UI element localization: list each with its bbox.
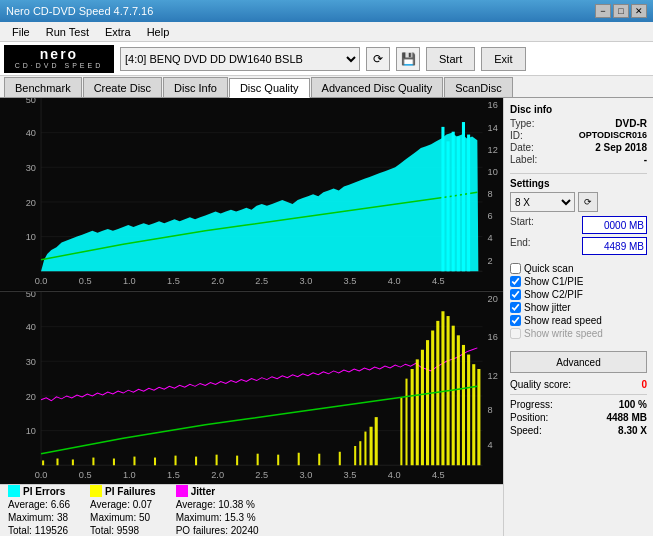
tab-disc-quality[interactable]: Disc Quality	[229, 78, 310, 98]
svg-rect-78	[318, 453, 320, 465]
speed-selector[interactable]: 8 X	[510, 192, 575, 212]
svg-rect-36	[467, 135, 470, 272]
svg-text:30: 30	[26, 163, 36, 173]
jitter-max: 15.3 %	[225, 512, 256, 523]
quick-scan-checkbox[interactable]	[510, 263, 521, 274]
svg-text:0.5: 0.5	[79, 276, 92, 286]
quality-score-label: Quality score:	[510, 379, 571, 390]
bottom-stats: PI Errors Average: 6.66 Maximum: 38 Tota…	[0, 484, 503, 536]
svg-text:50: 50	[26, 292, 36, 299]
start-mb-label: Start:	[510, 216, 534, 234]
svg-rect-68	[113, 458, 115, 465]
svg-text:3.0: 3.0	[299, 470, 312, 480]
drive-selector[interactable]: [4:0] BENQ DVD DD DW1640 BSLB	[120, 47, 360, 71]
svg-rect-84	[375, 417, 378, 465]
show-read-speed-row: Show read speed	[510, 315, 647, 326]
show-jitter-checkbox[interactable]	[510, 302, 521, 313]
disc-label-value: -	[644, 154, 647, 165]
svg-rect-96	[457, 335, 460, 465]
svg-text:8: 8	[488, 405, 493, 415]
menu-run-test[interactable]: Run Test	[38, 24, 97, 40]
quality-score-value: 0	[641, 379, 647, 390]
svg-rect-86	[405, 378, 407, 465]
maximize-button[interactable]: □	[613, 4, 629, 18]
disc-type-label: Type:	[510, 118, 534, 129]
svg-text:0.0: 0.0	[35, 276, 48, 286]
progress-value: 100 %	[619, 399, 647, 410]
tab-benchmark[interactable]: Benchmark	[4, 77, 82, 97]
settings-refresh-btn[interactable]: ⟳	[578, 192, 598, 212]
tab-advanced-disc-quality[interactable]: Advanced Disc Quality	[311, 77, 444, 97]
pi-failures-avg-label: Average:	[90, 499, 130, 510]
top-chart-svg: 50 40 30 20 10 16 14 12 10 8 6 4 2 0.0	[0, 98, 503, 291]
disc-info-section: Disc info Type: DVD-R ID: OPTODISCR016 D…	[510, 104, 647, 165]
disc-label-label: Label:	[510, 154, 537, 165]
pi-failures-stat: PI Failures Average: 0.07 Maximum: 50 To…	[90, 485, 156, 536]
start-mb-input[interactable]	[582, 216, 647, 234]
position-label: Position:	[510, 412, 548, 423]
start-button[interactable]: Start	[426, 47, 475, 71]
svg-rect-73	[216, 454, 218, 465]
speed-label: Speed:	[510, 425, 542, 436]
tab-scandisc[interactable]: ScanDisc	[444, 77, 512, 97]
end-mb-row: End:	[510, 237, 647, 255]
show-c2-pif-checkbox[interactable]	[510, 289, 521, 300]
close-button[interactable]: ✕	[631, 4, 647, 18]
svg-rect-79	[339, 451, 341, 464]
svg-rect-85	[400, 397, 402, 464]
titlebar-title: Nero CD-DVD Speed 4.7.7.16	[6, 5, 153, 17]
titlebar: Nero CD-DVD Speed 4.7.7.16 − □ ✕	[0, 0, 653, 22]
show-read-speed-label: Show read speed	[524, 315, 602, 326]
svg-rect-95	[452, 325, 455, 465]
svg-text:4: 4	[488, 440, 493, 450]
tab-create-disc[interactable]: Create Disc	[83, 77, 162, 97]
svg-text:14: 14	[488, 123, 498, 133]
menu-extra[interactable]: Extra	[97, 24, 139, 40]
nero-logo: nero CD·DVD SPEED	[4, 45, 114, 73]
pi-errors-stat: PI Errors Average: 6.66 Maximum: 38 Tota…	[8, 485, 70, 536]
show-c1-pie-checkbox[interactable]	[510, 276, 521, 287]
svg-rect-35	[462, 122, 465, 271]
save-icon-btn[interactable]: 💾	[396, 47, 420, 71]
svg-rect-71	[175, 455, 177, 465]
show-read-speed-checkbox[interactable]	[510, 315, 521, 326]
show-c1-pie-row: Show C1/PIE	[510, 276, 647, 287]
right-panel: Disc info Type: DVD-R ID: OPTODISCR016 D…	[503, 98, 653, 536]
end-mb-input[interactable]	[582, 237, 647, 255]
toolbar: nero CD·DVD SPEED [4:0] BENQ DVD DD DW16…	[0, 42, 653, 76]
menu-help[interactable]: Help	[139, 24, 178, 40]
speed-setting: 8 X ⟳	[510, 192, 647, 212]
show-c2-pif-row: Show C2/PIF	[510, 289, 647, 300]
pi-failures-label: PI Failures	[105, 486, 156, 497]
svg-text:3.5: 3.5	[344, 276, 357, 286]
svg-text:1.5: 1.5	[167, 470, 180, 480]
show-write-speed-label: Show write speed	[524, 328, 603, 339]
jitter-label: Jitter	[191, 486, 215, 497]
minimize-button[interactable]: −	[595, 4, 611, 18]
svg-text:10: 10	[26, 233, 36, 243]
bottom-chart: 50 40 30 20 10 20 16 12 8 4 0.0 0.5 1.0 …	[0, 292, 503, 485]
svg-text:50: 50	[26, 98, 36, 105]
svg-rect-34	[457, 137, 460, 272]
svg-rect-66	[72, 459, 74, 465]
pi-errors-total: 119526	[35, 525, 68, 536]
advanced-button[interactable]: Advanced	[510, 351, 647, 373]
exit-button[interactable]: Exit	[481, 47, 525, 71]
app-title: Nero CD-DVD Speed 4.7.7.16	[6, 5, 153, 17]
refresh-icon-btn[interactable]: ⟳	[366, 47, 390, 71]
checkboxes-section: Quick scan Show C1/PIE Show C2/PIF Show …	[510, 263, 647, 339]
svg-text:1.0: 1.0	[123, 276, 136, 286]
pi-errors-label: PI Errors	[23, 486, 65, 497]
svg-text:20: 20	[488, 293, 498, 303]
svg-text:1.5: 1.5	[167, 276, 180, 286]
quick-scan-row: Quick scan	[510, 263, 647, 274]
menu-file[interactable]: File	[4, 24, 38, 40]
svg-rect-76	[277, 454, 279, 465]
show-c2-pif-label: Show C2/PIF	[524, 289, 583, 300]
tab-disc-info[interactable]: Disc Info	[163, 77, 228, 97]
disc-label-row: Label: -	[510, 154, 647, 165]
svg-text:0.5: 0.5	[79, 470, 92, 480]
svg-text:6: 6	[488, 212, 493, 222]
svg-rect-92	[436, 320, 439, 464]
jitter-stat: Jitter Average: 10.38 % Maximum: 15.3 % …	[176, 485, 259, 536]
